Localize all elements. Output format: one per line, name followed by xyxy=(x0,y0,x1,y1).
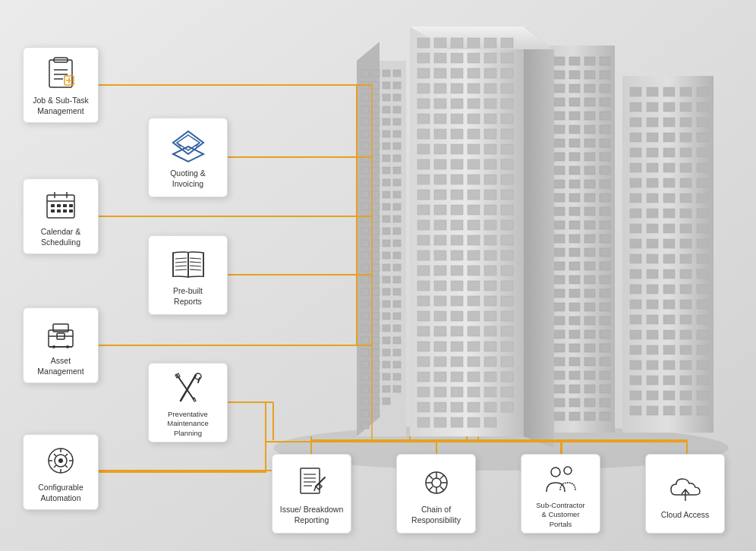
svg-rect-286 xyxy=(484,114,496,124)
svg-rect-515 xyxy=(383,386,390,392)
svg-line-621 xyxy=(440,475,444,479)
svg-rect-233 xyxy=(600,371,610,379)
svg-rect-489 xyxy=(361,313,369,320)
svg-rect-271 xyxy=(434,83,446,93)
svg-rect-312 xyxy=(417,190,430,200)
svg-rect-473 xyxy=(361,264,369,271)
svg-rect-183 xyxy=(600,235,610,243)
svg-rect-496 xyxy=(393,325,401,332)
calendar-icon xyxy=(42,186,80,224)
svg-rect-57 xyxy=(697,239,708,248)
svg-rect-335 xyxy=(501,235,513,245)
svg-rect-440 xyxy=(393,155,401,162)
svg-rect-42 xyxy=(697,194,708,203)
svg-rect-363 xyxy=(468,311,480,321)
svg-rect-235 xyxy=(554,385,565,393)
svg-rect-469 xyxy=(361,252,369,259)
svg-rect-413 xyxy=(361,82,369,89)
svg-rect-88 xyxy=(630,345,641,354)
svg-rect-403 xyxy=(434,417,446,427)
svg-rect-504 xyxy=(393,349,401,356)
svg-rect-274 xyxy=(484,83,496,93)
svg-rect-518 xyxy=(372,398,380,405)
svg-rect-416 xyxy=(393,82,401,89)
svg-rect-267 xyxy=(468,68,480,78)
svg-rect-97 xyxy=(697,361,708,370)
svg-point-624 xyxy=(564,467,572,474)
svg-rect-564 xyxy=(63,204,67,207)
svg-rect-175 xyxy=(554,221,565,229)
svg-rect-213 xyxy=(600,316,610,325)
svg-rect-321 xyxy=(468,205,480,215)
svg-rect-308 xyxy=(451,175,463,184)
svg-rect-275 xyxy=(501,83,513,93)
svg-rect-90 xyxy=(663,345,675,354)
svg-line-620 xyxy=(440,486,444,490)
svg-rect-12 xyxy=(697,102,708,112)
svg-rect-446 xyxy=(372,179,380,186)
svg-rect-156 xyxy=(569,166,580,175)
svg-rect-248 xyxy=(600,412,610,420)
svg-rect-86 xyxy=(680,330,691,339)
svg-rect-394 xyxy=(484,387,496,397)
svg-rect-157 xyxy=(584,166,595,175)
svg-rect-155 xyxy=(554,166,565,175)
svg-rect-123 xyxy=(600,71,610,79)
svg-rect-81 xyxy=(680,315,691,324)
svg-rect-109 xyxy=(647,406,658,415)
svg-rect-270 xyxy=(417,83,430,93)
svg-rect-121 xyxy=(569,71,580,79)
svg-rect-399 xyxy=(468,402,480,412)
svg-rect-145 xyxy=(554,139,565,147)
svg-rect-351 xyxy=(468,281,480,291)
svg-rect-456 xyxy=(393,203,401,210)
svg-rect-238 xyxy=(600,385,610,393)
svg-rect-352 xyxy=(484,281,496,291)
svg-marker-250 xyxy=(524,27,554,448)
svg-rect-309 xyxy=(468,175,480,184)
svg-rect-466 xyxy=(372,240,380,247)
svg-rect-369 xyxy=(468,326,480,336)
svg-rect-176 xyxy=(569,221,580,229)
svg-rect-165 xyxy=(554,194,565,202)
svg-rect-419 xyxy=(383,94,390,101)
svg-rect-160 xyxy=(554,180,565,188)
svg-line-612 xyxy=(314,486,316,491)
svg-rect-384 xyxy=(417,372,430,382)
svg-rect-333 xyxy=(468,235,480,245)
svg-rect-318 xyxy=(417,205,430,215)
asset-icon xyxy=(42,315,80,353)
svg-point-623 xyxy=(551,468,560,477)
svg-rect-385 xyxy=(434,372,446,382)
svg-line-601 xyxy=(181,375,196,401)
chain-responsibility-label: Chain of Responsibility xyxy=(411,505,461,525)
svg-rect-84 xyxy=(647,330,658,339)
svg-rect-338 xyxy=(451,250,463,260)
svg-rect-96 xyxy=(680,361,691,370)
svg-rect-378 xyxy=(417,357,430,367)
svg-rect-461 xyxy=(361,228,369,235)
svg-rect-5 xyxy=(663,87,675,96)
svg-rect-43 xyxy=(630,209,641,218)
svg-rect-47 xyxy=(697,209,708,218)
svg-rect-508 xyxy=(393,361,401,368)
svg-rect-428 xyxy=(393,118,401,125)
svg-rect-453 xyxy=(361,203,369,210)
svg-rect-223 xyxy=(600,344,610,352)
svg-rect-265 xyxy=(434,68,446,78)
svg-rect-221 xyxy=(569,344,580,352)
svg-rect-122 xyxy=(584,71,595,79)
svg-rect-226 xyxy=(569,357,580,366)
svg-rect-162 xyxy=(584,180,595,188)
svg-rect-254 xyxy=(451,38,463,48)
svg-rect-400 xyxy=(484,402,496,412)
svg-rect-331 xyxy=(434,235,446,245)
svg-rect-519 xyxy=(383,398,390,405)
svg-rect-206 xyxy=(569,303,580,311)
svg-rect-40 xyxy=(663,194,675,203)
svg-rect-339 xyxy=(468,250,480,260)
svg-rect-118 xyxy=(600,57,610,65)
svg-rect-111 xyxy=(680,406,691,415)
svg-rect-60 xyxy=(663,254,675,263)
svg-rect-83 xyxy=(630,330,641,339)
